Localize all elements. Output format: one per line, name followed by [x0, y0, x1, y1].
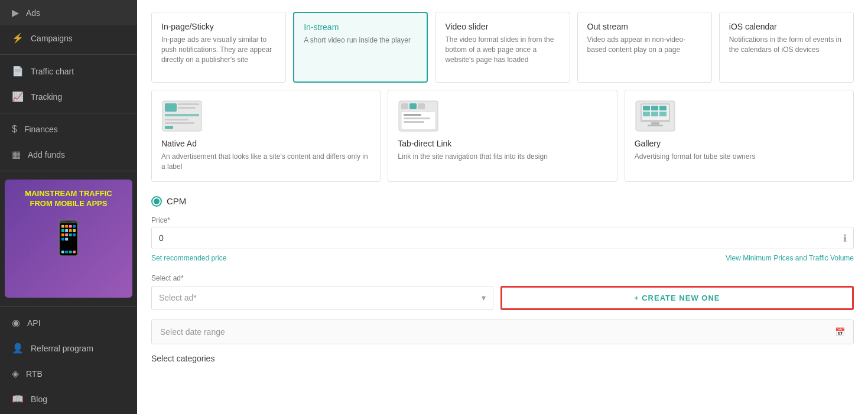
format-card-videoslider[interactable]: Video slider The video format slides in … [435, 12, 570, 83]
sidebar-item-api[interactable]: ◉ API [0, 310, 137, 335]
sidebar-banner[interactable]: MAINSTREAM TRAFFIC from mobile apps 📱 [5, 180, 132, 298]
sidebar-item-label: RTB [26, 369, 43, 379]
svg-rect-11 [418, 103, 425, 109]
format-card-tabdirect-desc: Link in the site navigation that fits in… [398, 152, 607, 162]
svg-rect-23 [651, 112, 658, 116]
date-range-row[interactable]: Select date range 📅 [151, 320, 854, 344]
phone-illustration: 📱 [48, 219, 89, 257]
sidebar-item-label: Referral program [31, 344, 93, 353]
chevron-down-icon: ▾ [482, 293, 486, 302]
cpm-text: CPM [167, 196, 186, 206]
sidebar-item-blog[interactable]: 📖 Blog [0, 386, 137, 412]
format-card-nativead-title: Native Ad [161, 139, 370, 148]
ads-icon: ▶ [12, 7, 19, 18]
date-range-placeholder: Select date range [160, 327, 225, 337]
format-card-gallery-title: Gallery [635, 139, 844, 148]
sidebar-item-label: Campaigns [31, 34, 73, 43]
format-card-gallery-desc: Advertising format for tube site owners [635, 152, 844, 162]
sidebar-item-campaigns[interactable]: ⚡ Campaigns [0, 25, 137, 51]
format-card-nativead-desc: An advertisement that looks like a site'… [161, 152, 370, 172]
gallery-icon [635, 100, 844, 134]
sidebar-item-finances[interactable]: $ Finances [0, 117, 137, 142]
select-ad-dropdown[interactable]: Select ad* ▾ [151, 286, 493, 310]
sidebar-item-tracking[interactable]: 📈 Tracking [0, 84, 137, 109]
rtb-icon: ◈ [12, 368, 19, 379]
campaigns-icon: ⚡ [12, 32, 24, 44]
svg-rect-14 [404, 118, 430, 119]
sidebar-item-referral[interactable]: 👤 Referral program [0, 335, 137, 361]
format-card-instream[interactable]: In-stream A short video run inside the p… [293, 12, 428, 83]
finances-icon: $ [12, 124, 17, 135]
sidebar-item-label: Add funds [28, 150, 65, 159]
add-funds-icon: ▦ [12, 149, 21, 160]
svg-rect-24 [659, 112, 667, 116]
svg-rect-21 [659, 106, 667, 110]
info-icon[interactable]: ℹ [843, 232, 847, 243]
svg-rect-20 [651, 106, 658, 110]
svg-rect-13 [404, 114, 421, 116]
sidebar-divider [0, 54, 137, 55]
sidebar-divider-3 [0, 171, 137, 171]
sidebar-item-label: Traffic chart [31, 67, 74, 76]
svg-rect-2 [165, 114, 199, 116]
price-links: Set recommended price View Minimum Price… [151, 254, 854, 262]
sidebar-item-traffic-chart[interactable]: 📄 Traffic chart [0, 58, 137, 84]
cpm-radio[interactable] [151, 196, 162, 207]
format-card-ioscalendar[interactable]: iOS calendar Notifications in the form o… [719, 12, 854, 83]
svg-rect-19 [643, 106, 650, 110]
native-ad-icon [161, 100, 370, 134]
format-card-inpage-title: In-page/Sticky [161, 22, 276, 31]
cpm-section: CPM Price* ℹ Set recommended price View … [151, 196, 854, 262]
price-row: ℹ [151, 227, 854, 249]
create-new-button[interactable]: + CREATE NEW ONE [500, 286, 854, 310]
svg-rect-15 [404, 121, 424, 123]
select-ad-label: Select ad* [151, 274, 854, 282]
sidebar-item-add-funds[interactable]: ▦ Add funds [0, 142, 137, 167]
format-card-inpage[interactable]: In-page/Sticky In-page ads are visually … [151, 12, 286, 83]
format-card-instream-desc: A short video run inside the player [304, 35, 417, 45]
format-card-ioscalendar-desc: Notifications in the form of events in t… [729, 35, 844, 55]
sidebar: ▶ Ads ⚡ Campaigns 📄 Traffic chart 📈 Trac… [0, 0, 137, 414]
format-card-tabdirect[interactable]: Tab-direct Link Link in the site navigat… [388, 90, 617, 182]
svg-rect-1 [165, 103, 177, 112]
format-card-inpage-desc: In-page ads are visually similar to push… [161, 35, 276, 64]
sidebar-item-label: Blog [31, 395, 47, 404]
format-card-outstream[interactable]: Out stream Video ads appear in non-video… [577, 12, 712, 83]
sidebar-item-label: Tracking [31, 92, 62, 102]
sidebar-item-ads[interactable]: ▶ Ads [0, 0, 137, 25]
select-ad-placeholder: Select ad* [159, 293, 197, 302]
sidebar-item-label: Ads [26, 8, 40, 18]
price-label: Price* [151, 216, 854, 224]
format-card-outstream-title: Out stream [587, 22, 702, 31]
sidebar-item-rtb[interactable]: ◈ RTB [0, 361, 137, 386]
format-card-tabdirect-title: Tab-direct Link [398, 139, 607, 148]
blog-icon: 📖 [12, 393, 24, 405]
cpm-label[interactable]: CPM [151, 196, 854, 207]
svg-rect-5 [178, 103, 199, 105]
svg-rect-22 [643, 112, 650, 116]
traffic-chart-icon: 📄 [12, 66, 24, 77]
tracking-icon: 📈 [12, 91, 24, 102]
format-card-nativead[interactable]: Native Ad An advertisement that looks li… [151, 90, 381, 182]
set-recommended-price-link[interactable]: Set recommended price [151, 254, 226, 262]
format-card-instream-title: In-stream [304, 22, 417, 32]
format-card-videoslider-title: Video slider [445, 22, 560, 31]
format-card-outstream-desc: Video ads appear in non-video-based cont… [587, 35, 702, 55]
svg-rect-9 [401, 103, 408, 109]
select-categories-label: Select categories [151, 354, 854, 366]
price-input[interactable] [151, 227, 854, 249]
view-minimum-prices-link[interactable]: View Minimum Prices and Traffic Volume [726, 254, 854, 262]
svg-rect-26 [648, 125, 663, 126]
main-content: In-page/Sticky In-page ads are visually … [137, 0, 868, 414]
cpm-radio-inner [154, 198, 160, 204]
svg-rect-10 [409, 103, 417, 109]
format-card-videoslider-desc: The video format slides in from the bott… [445, 35, 560, 64]
referral-icon: 👤 [12, 343, 24, 354]
sidebar-divider-2 [0, 113, 137, 113]
svg-rect-7 [165, 126, 173, 129]
select-ad-row: Select ad* ▾ + CREATE NEW ONE [151, 286, 854, 310]
api-icon: ◉ [12, 317, 20, 328]
banner-title: MAINSTREAM TRAFFIC from mobile apps [25, 189, 112, 209]
format-card-gallery[interactable]: Gallery Advertising format for tube site… [625, 90, 854, 182]
calendar-icon: 📅 [835, 327, 845, 337]
